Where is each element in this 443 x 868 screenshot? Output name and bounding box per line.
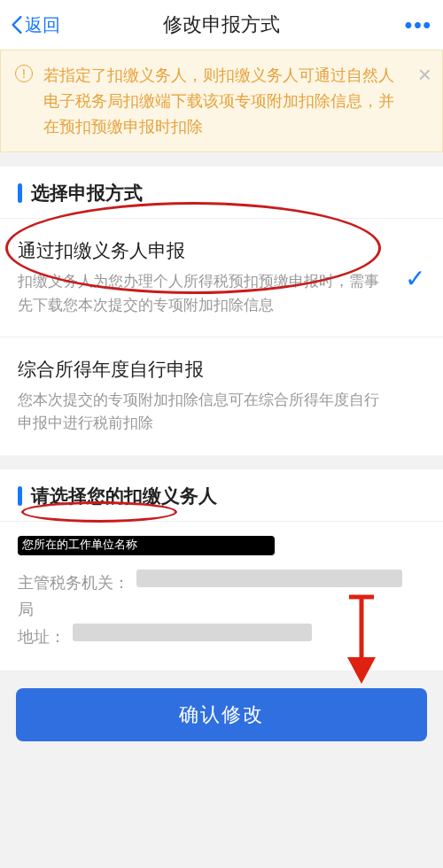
employer-name-label: 您所在的工作单位名称: [22, 537, 137, 553]
tax-authority-row-cont: 局: [18, 596, 425, 624]
nav-header: 返回 修改申报方式 •••: [0, 0, 443, 50]
spacer: [0, 455, 443, 469]
tax-authority-label: 主管税务机关：: [18, 570, 129, 597]
option-withholding-agent[interactable]: 通过扣缴义务人申报 扣缴义务人为您办理个人所得税预扣预缴申报时，需事先下载您本次…: [0, 219, 443, 337]
notice-text: 若指定了扣缴义务人，则扣缴义务人可通过自然人电子税务局扣缴端下载该项专项附加扣除…: [43, 63, 403, 139]
spacer: [0, 152, 443, 167]
option-desc: 您本次提交的专项附加扣除信息可在综合所得年度自行申报中进行税前扣除: [18, 389, 393, 436]
employer-card[interactable]: 您所在的工作单位名称 主管税务机关： 局 地址：: [0, 522, 443, 670]
option-title: 综合所得年度自行申报: [18, 357, 393, 382]
redacted-value: [73, 624, 312, 641]
address-label: 地址：: [18, 624, 66, 651]
method-option-list: 通过扣缴义务人申报 扣缴义务人为您办理个人所得税预扣预缴申报时，需事先下载您本次…: [0, 219, 443, 454]
chevron-left-icon: [11, 15, 23, 35]
tax-authority-row: 主管税务机关：: [18, 570, 425, 597]
close-icon[interactable]: ×: [418, 63, 431, 86]
info-notice: ! 若指定了扣缴义务人，则扣缴义务人可通过自然人电子税务局扣缴端下载该项专项附加…: [0, 50, 443, 152]
redacted-value: [136, 570, 402, 587]
section-title-employer: 请选择您的扣缴义务人: [0, 469, 443, 522]
address-row: 地址：: [18, 624, 425, 651]
option-desc: 扣缴义务人为您办理个人所得税预扣预缴申报时，需事先下载您本次提交的专项附加扣除信…: [18, 270, 393, 317]
confirm-bar: 确认修改: [0, 670, 443, 763]
back-button[interactable]: 返回: [11, 13, 60, 37]
option-self-report[interactable]: 综合所得年度自行申报 您本次提交的专项附加扣除信息可在综合所得年度自行申报中进行…: [0, 337, 443, 455]
more-button[interactable]: •••: [405, 12, 432, 37]
employer-name-redacted: 您所在的工作单位名称: [18, 536, 275, 555]
check-icon: ✓: [405, 263, 425, 292]
confirm-button[interactable]: 确认修改: [16, 688, 427, 741]
section-title-method: 选择申报方式: [0, 167, 443, 219]
tax-authority-suffix: 局: [18, 596, 34, 624]
option-title: 通过扣缴义务人申报: [18, 238, 393, 263]
back-label: 返回: [25, 13, 60, 37]
page-title: 修改申报方式: [163, 12, 280, 38]
info-icon: !: [15, 65, 33, 82]
